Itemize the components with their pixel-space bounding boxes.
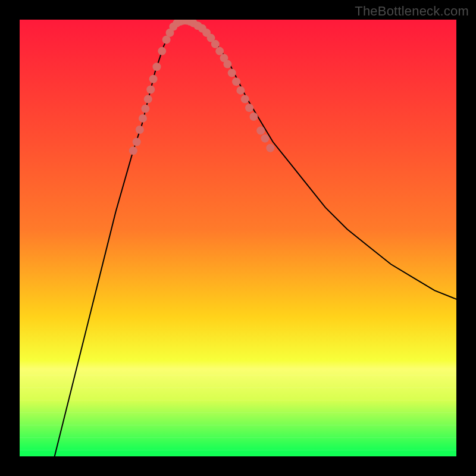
curve-dot <box>158 47 166 55</box>
curve-dot <box>261 134 270 143</box>
chart-svg <box>20 20 456 456</box>
curve-dot <box>236 86 245 95</box>
curve-dot <box>141 105 149 113</box>
curve-dot <box>232 77 240 86</box>
curve-dot <box>136 126 144 134</box>
curve-dot <box>152 62 161 71</box>
curve-dot <box>245 104 253 112</box>
curve-dot <box>149 75 158 83</box>
curve-dot <box>146 85 155 93</box>
curve-dot <box>256 126 265 134</box>
curve-dot <box>228 69 236 77</box>
curve-dot <box>215 47 224 55</box>
watermark-text: TheBottleneck.com <box>355 4 469 19</box>
curve-dot <box>129 146 137 155</box>
curve-dot <box>249 112 258 121</box>
curve-dot <box>241 95 249 104</box>
curve-dot <box>133 138 141 146</box>
plot-area <box>20 20 456 456</box>
curve-dot <box>223 60 231 68</box>
curve-dot <box>144 95 152 104</box>
curve-dot <box>266 144 274 152</box>
curve-dot <box>139 114 147 123</box>
chart-frame: TheBottleneck.com <box>0 0 476 476</box>
curve-dot <box>211 40 220 48</box>
